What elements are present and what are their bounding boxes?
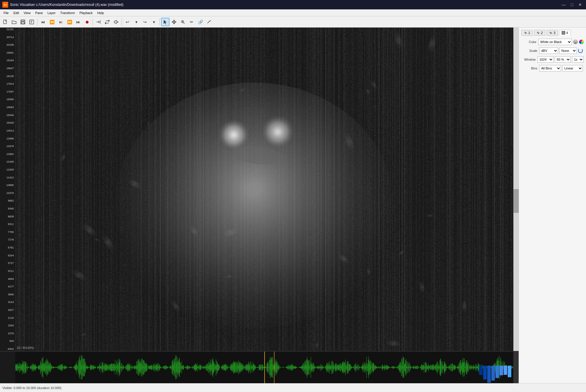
minimize-button[interactable]: —	[560, 1, 567, 8]
spectrogram-main: 21231 20714 20198 19681 19164 18647 1813…	[0, 28, 519, 383]
window-mult-select[interactable]: 1x	[572, 56, 584, 63]
record-button[interactable]: ⏺	[83, 18, 91, 26]
spectrogram-view: 21231 20714 20198 19681 19164 18647 1813…	[0, 28, 519, 351]
window-controls[interactable]: — □ ✕	[560, 1, 584, 8]
menubar: File Edit View Pane Layer Transform Play…	[0, 9, 586, 16]
y-label-9345: 9345	[1, 207, 15, 210]
y-label-2110: 2110	[1, 317, 15, 319]
svg-rect-0	[4, 20, 6, 24]
undo-dropdown[interactable]: ▾	[132, 18, 140, 26]
bins-select[interactable]: All Bins	[539, 65, 561, 71]
export-button[interactable]	[28, 18, 36, 26]
rewind-button[interactable]: ⏪	[48, 18, 56, 26]
y-label-6761: 6761	[1, 246, 15, 249]
window-prop-row: Window 1024 50 % 1x	[521, 56, 584, 63]
layer-tab-3-label: 3	[553, 31, 555, 35]
y-label-4694: 4694	[1, 278, 15, 280]
y-label-12962: 12962	[1, 153, 15, 156]
y-label-18130: 18130	[1, 75, 15, 78]
color-wheel-right-button[interactable]	[579, 40, 584, 44]
layer-tab-1[interactable]: 1	[521, 30, 533, 36]
waveform-icon-2	[536, 31, 540, 35]
fast-forward-button[interactable]: ⏩	[65, 18, 74, 26]
normalize-select[interactable]: None	[559, 47, 577, 54]
status-bar: Visible: 0.000 to 10.000 (duration 10.00…	[0, 383, 586, 392]
navigate-tool-button[interactable]	[170, 18, 178, 26]
y-label-3660: 3660	[1, 293, 15, 296]
edit-tool-button[interactable]: ✏	[188, 18, 196, 26]
menu-layer[interactable]: Layer	[45, 11, 58, 15]
separator-4	[159, 18, 160, 25]
loading-spinner	[578, 48, 583, 53]
window-percent-select[interactable]: 50 %	[555, 56, 571, 63]
layer-tab-3[interactable]: 3	[546, 30, 558, 36]
menu-help[interactable]: Help	[95, 11, 106, 15]
y-label-10895: 10895	[1, 184, 15, 187]
y-label-43hz: 43Hz	[1, 348, 15, 350]
go-to-start-button[interactable]: ⏮	[39, 18, 47, 26]
waveform-main[interactable]	[15, 352, 513, 383]
redo-dropdown[interactable]: ▾	[150, 18, 158, 26]
go-to-end-button[interactable]: ⏭	[74, 18, 82, 26]
vertical-scrollbar[interactable]	[513, 28, 519, 351]
layer-tab-4[interactable]: 4	[559, 30, 570, 36]
menu-transform[interactable]: Transform	[58, 11, 77, 15]
mute-button[interactable]	[112, 18, 120, 26]
y-label-8311: 8311	[1, 223, 15, 226]
svg-line-9	[183, 23, 185, 24]
toolbar: ⏮ ⏪ ⏯ ⏩ ⏭ ⏺ ↩ ▾ ↪ ▾	[0, 16, 586, 28]
color-control: White on Black	[538, 39, 584, 45]
y-label-7278: 7278	[1, 238, 15, 241]
y-label-9862: 9862	[1, 200, 15, 202]
zoom-tool-button[interactable]	[179, 18, 187, 26]
bins-type-select[interactable]: Linear	[562, 65, 583, 71]
play-pause-button[interactable]: ⏯	[57, 18, 65, 26]
y-label-1076: 1076	[1, 332, 15, 335]
redo-button[interactable]: ↪	[141, 18, 149, 26]
y-label-10379: 10379	[1, 192, 15, 195]
loop-button[interactable]	[103, 18, 111, 26]
maximize-button[interactable]: □	[568, 1, 575, 8]
separator-1	[37, 18, 38, 25]
y-label-5211: 5211	[1, 270, 15, 272]
layer-tab-2-label: 2	[541, 31, 543, 35]
separator-3	[122, 18, 122, 25]
menu-playback[interactable]: Playback	[77, 11, 95, 15]
y-label-19681: 19681	[1, 52, 15, 54]
svg-rect-3	[21, 22, 24, 24]
undo-button[interactable]: ↩	[123, 18, 132, 26]
measure-tool-button[interactable]	[205, 18, 213, 26]
menu-pane[interactable]: Pane	[33, 11, 45, 15]
scrollbar-thumb[interactable]	[514, 189, 519, 213]
y-label-11929: 11929	[1, 168, 15, 171]
save-button[interactable]	[19, 18, 27, 26]
horizontal-scrollbar[interactable]	[513, 352, 519, 383]
color-wheel-left-button[interactable]	[573, 40, 578, 44]
color-select[interactable]: White on Black	[538, 39, 572, 45]
window-size-select[interactable]: 1024	[537, 56, 553, 63]
waveform-icon-3	[549, 31, 553, 35]
frequency-yaxis: 21231 20714 20198 19681 19164 18647 1813…	[0, 28, 15, 351]
spectrogram-canvas[interactable]: 10 / 44100Hz	[15, 28, 513, 351]
y-label-14513: 14513	[1, 129, 15, 132]
scale-select[interactable]: dBV	[539, 47, 558, 54]
y-label-15030: 15030	[1, 122, 15, 124]
visible-range-text: Visible: 0.000 to 10.000 (duration 10.00…	[2, 386, 62, 390]
y-label-11412: 11412	[1, 176, 15, 179]
loop-end-button[interactable]	[94, 18, 103, 26]
content-area: 21231 20714 20198 19681 19164 18647 1813…	[0, 28, 586, 383]
select-tool-button[interactable]	[161, 18, 169, 26]
menu-file[interactable]: File	[1, 11, 11, 15]
link-tool-button[interactable]: 🔗	[196, 18, 205, 26]
close-button[interactable]: ✕	[577, 1, 584, 8]
app-icon: SV	[2, 2, 8, 8]
new-button[interactable]	[1, 18, 9, 26]
open-button[interactable]	[10, 18, 18, 26]
waveform-left-spacer	[0, 352, 15, 383]
y-label-8828: 8828	[1, 215, 15, 218]
spectrogram-icon-4	[562, 31, 565, 35]
menu-edit[interactable]: Edit	[11, 11, 21, 15]
y-label-1593: 1593	[1, 324, 15, 327]
layer-tab-2[interactable]: 2	[534, 30, 545, 36]
menu-view[interactable]: View	[21, 11, 33, 15]
